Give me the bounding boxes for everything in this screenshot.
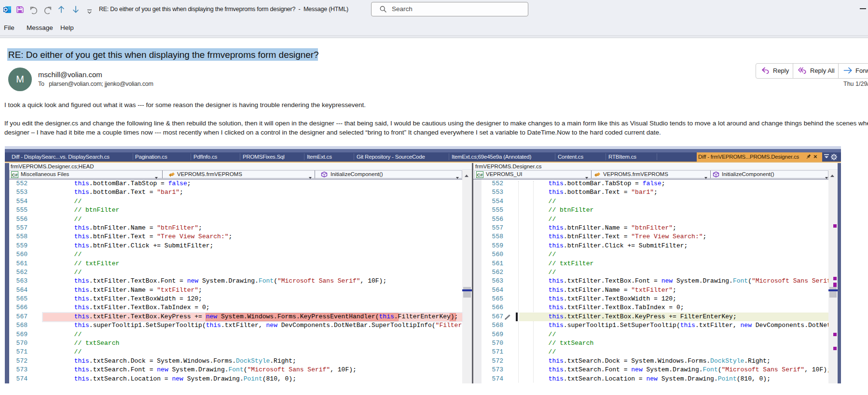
svg-text:C#: C# — [477, 172, 483, 177]
svg-text:C#: C# — [12, 172, 18, 177]
